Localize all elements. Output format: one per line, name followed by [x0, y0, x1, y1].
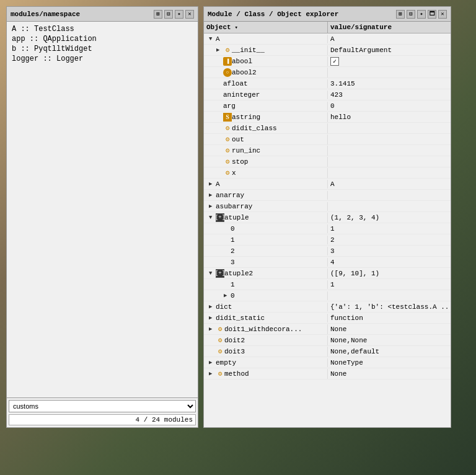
- cell-object: ▼ [+] atuple2: [204, 269, 328, 278]
- cell-object: ▶ ⚙ __init__: [204, 45, 328, 55]
- cell-value: hello: [328, 113, 451, 122]
- list-item[interactable]: A :: TestClass: [9, 24, 195, 34]
- expand-icon[interactable]: ▼: [209, 270, 215, 277]
- left-btn-2[interactable]: ⊟: [164, 10, 173, 19]
- table-row[interactable]: 2 3: [204, 246, 451, 257]
- table-row[interactable]: 0 1: [204, 223, 451, 234]
- expand-icon[interactable]: ▶: [209, 326, 215, 332]
- object-explorer-table: Object ▾ value/signature ▼ A A ▶ ⚙ __ini…: [204, 22, 451, 427]
- bool-icon: ○: [223, 68, 232, 77]
- table-row[interactable]: ▶ A A: [204, 179, 451, 190]
- right-title-controls: ⊞ ⊟ ✦ 🗖 ✕: [396, 10, 447, 19]
- right-btn-1[interactable]: ⊞: [396, 10, 405, 19]
- gear-icon: ⚙: [223, 169, 232, 177]
- table-row[interactable]: ▶ empty NoneType: [204, 357, 451, 368]
- table-row[interactable]: ⚙ didit_class: [204, 123, 451, 134]
- expand-icon[interactable]: ▼: [209, 36, 215, 42]
- cell-value: None,None: [328, 336, 451, 345]
- table-row[interactable]: ▶ 0: [204, 290, 451, 301]
- table-row[interactable]: ▶ ⚙ method None: [204, 368, 451, 380]
- cell-object: ⚙ out: [204, 135, 328, 144]
- table-row[interactable]: 1 1: [204, 279, 451, 290]
- cell-object: ▶ anarray: [204, 191, 328, 200]
- table-row[interactable]: afloat 3.1415: [204, 78, 451, 89]
- table-row[interactable]: 1 2: [204, 234, 451, 246]
- cell-value: 3.1415: [328, 79, 451, 88]
- gear-icon: ⚙: [216, 370, 224, 378]
- right-panel: Module / Class / Object explorer ⊞ ⊟ ✦ 🗖…: [203, 6, 451, 428]
- cell-value: None: [328, 370, 451, 378]
- list-item[interactable]: b :: PyqtlltWidget: [9, 44, 195, 54]
- left-bottom-bar: customs all recent 4 / 24 modules: [7, 397, 198, 427]
- cell-object: ▶ ⚙ doit1_withdecora...: [204, 324, 328, 334]
- right-title-bar: Module / Class / Object explorer ⊞ ⊟ ✦ 🗖…: [204, 7, 451, 22]
- row-name: 0: [231, 292, 235, 300]
- cell-value: 3: [328, 247, 451, 255]
- cell-value: ([9, 10], 1): [328, 269, 451, 278]
- row-name: x: [232, 169, 236, 177]
- table-row[interactable]: arg 0: [204, 100, 451, 112]
- expand-icon[interactable]: ▶: [209, 370, 215, 377]
- cell-value: {'a': 1, 'b': <testclass.A ...: [328, 303, 451, 311]
- expand-icon[interactable]: ▶: [209, 314, 215, 321]
- table-row[interactable]: ▶ ⚙ doit1_withdecora... None: [204, 324, 451, 335]
- cell-object: ▼ A: [204, 35, 328, 43]
- list-item[interactable]: app :: QApplication: [9, 34, 195, 44]
- cell-value: [328, 72, 451, 73]
- table-row[interactable]: ⚙ run_inc: [204, 145, 451, 156]
- row-name: doit1_withdecora...: [224, 326, 302, 333]
- table-row[interactable]: ▶ anarray: [204, 190, 451, 201]
- table-row[interactable]: ⚙ out: [204, 134, 451, 145]
- expand-icon[interactable]: ▶: [209, 192, 215, 198]
- cell-value: [328, 295, 451, 296]
- table-row[interactable]: ⚙ doit3 None,default: [204, 346, 451, 357]
- left-btn-3[interactable]: ✦: [175, 10, 183, 19]
- table-row[interactable]: ⚙ x: [204, 167, 451, 179]
- table-row[interactable]: 3 4: [204, 257, 451, 268]
- col-header-object[interactable]: Object ▾: [204, 22, 328, 33]
- cell-object: ⚙ doit3: [204, 347, 328, 357]
- row-name: 3: [231, 259, 235, 266]
- row-name: doit3: [224, 348, 245, 355]
- expand-icon[interactable]: ▼: [209, 215, 215, 221]
- left-btn-1[interactable]: ⊞: [154, 10, 162, 19]
- customs-dropdown[interactable]: customs all recent: [9, 400, 196, 412]
- right-btn-max[interactable]: 🗖: [428, 10, 436, 19]
- right-btn-2[interactable]: ⊟: [407, 10, 415, 19]
- table-row[interactable]: ▶ dict {'a': 1, 'b': <testclass.A ...: [204, 301, 451, 313]
- table-row[interactable]: ▼ [+] atuple2 ([9, 10], 1): [204, 268, 451, 279]
- namespace-list: A :: TestClass app :: QApplication b :: …: [7, 22, 198, 397]
- table-row[interactable]: ○ abool2: [204, 67, 451, 78]
- table-row[interactable]: aninteger 423: [204, 89, 451, 100]
- expand-icon[interactable]: ▶: [216, 47, 223, 53]
- table-row[interactable]: ▼ [+] atuple (1, 2, 3, 4): [204, 212, 451, 223]
- object-col-arrow[interactable]: ▾: [235, 24, 238, 31]
- table-row[interactable]: ▼ A A: [204, 33, 451, 45]
- gear-icon: ⚙: [216, 347, 224, 356]
- expand-icon[interactable]: ▶: [224, 292, 230, 299]
- right-btn-3[interactable]: ✦: [417, 10, 426, 19]
- table-row[interactable]: ▐ abool ✓: [204, 56, 451, 67]
- cell-value: NoneType: [328, 358, 451, 367]
- row-name: method: [224, 370, 249, 378]
- table-row[interactable]: ▶ asubarray: [204, 201, 451, 212]
- table-row[interactable]: ▶ didit_static function: [204, 313, 451, 324]
- expand-icon[interactable]: ▶: [209, 303, 215, 310]
- expand-icon[interactable]: ▶: [209, 359, 215, 366]
- cell-value: (1, 2, 3, 4): [328, 213, 451, 222]
- left-btn-close[interactable]: ✕: [185, 10, 194, 19]
- table-row[interactable]: ⚙ stop: [204, 156, 451, 167]
- table-row[interactable]: ▶ ⚙ __init__ DefaultArgument: [204, 45, 451, 56]
- right-panel-title: Module / Class / Object explorer: [208, 11, 338, 18]
- cell-value: 423: [328, 91, 451, 99]
- cell-object: ▶ asubarray: [204, 202, 328, 211]
- table-row[interactable]: S astring hello: [204, 112, 451, 123]
- table-row[interactable]: ⚙ doit2 None,None: [204, 335, 451, 346]
- gear-icon: ⚙: [223, 46, 232, 55]
- expand-icon[interactable]: ▶: [209, 203, 215, 210]
- list-item[interactable]: logger :: Logger: [9, 54, 195, 64]
- row-name: stop: [232, 158, 248, 166]
- right-btn-close[interactable]: ✕: [438, 10, 447, 19]
- col-header-value: value/signature: [328, 22, 451, 33]
- expand-icon[interactable]: ▶: [209, 180, 215, 187]
